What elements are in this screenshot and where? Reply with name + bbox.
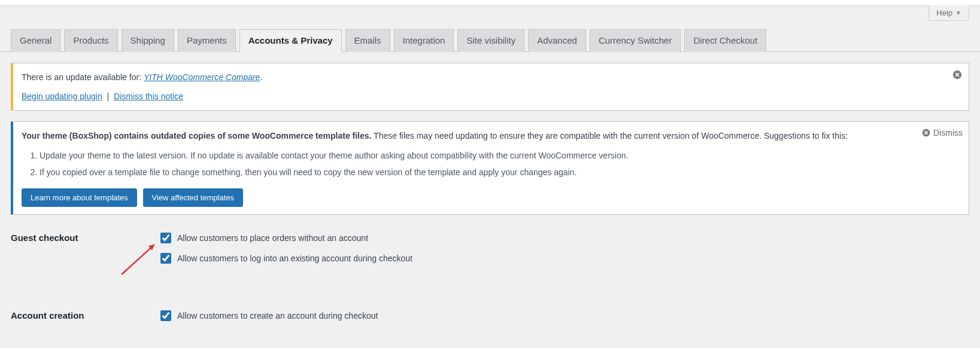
allow-create-account-checkout-checkbox[interactable]	[160, 310, 171, 321]
account-creation-heading: Account creation	[11, 304, 160, 337]
allow-login-checkout-checkbox[interactable]	[160, 253, 171, 264]
guest-checkout-option-1: Allow customers to place orders without …	[160, 233, 969, 243]
template-notice-item-2: If you copied over a template file to ch…	[40, 166, 960, 179]
plugin-link[interactable]: YITH WooCommerce Compare	[144, 72, 260, 82]
tab-direct-checkout[interactable]: Direct Checkout	[684, 29, 766, 52]
update-notice-prefix: There is an update available for:	[22, 72, 144, 82]
tab-currency-switcher[interactable]: Currency Switcher	[590, 29, 681, 52]
tab-general[interactable]: General	[11, 29, 60, 52]
tab-products[interactable]: Products	[64, 29, 117, 52]
help-tab-label: Help	[936, 8, 952, 17]
update-notice-line: There is an update available for: YITH W…	[22, 71, 960, 84]
template-notice-list: Update your theme to the latest version.…	[22, 149, 960, 179]
allow-create-account-checkout-label[interactable]: Allow customers to create an account dur…	[177, 311, 378, 320]
allow-guest-orders-checkbox[interactable]	[160, 233, 171, 243]
close-icon	[952, 69, 963, 80]
dismiss-template-notice[interactable]: Dismiss	[921, 128, 963, 138]
template-outdated-notice: Dismiss Your theme (BoxShop) contains ou…	[11, 121, 969, 215]
template-notice-text: Your theme (BoxShop) contains outdated c…	[22, 129, 960, 142]
chevron-down-icon: ▼	[955, 10, 961, 16]
account-creation-option-1: Allow customers to create an account dur…	[160, 310, 969, 321]
content-area: There is an update available for: YITH W…	[0, 52, 980, 348]
tab-payments[interactable]: Payments	[178, 29, 236, 52]
template-notice-buttons: Learn more about templates View affected…	[22, 188, 960, 207]
guest-checkout-row: Guest checkout Allow customers to place …	[11, 227, 969, 279]
tab-shipping[interactable]: Shipping	[122, 29, 174, 52]
help-tab-wrap: Help ▼	[0, 5, 980, 21]
tab-emails[interactable]: Emails	[345, 29, 390, 52]
plugin-update-notice: There is an update available for: YITH W…	[11, 63, 969, 111]
template-notice-item-1: Update your theme to the latest version.…	[40, 149, 960, 162]
dismiss-notice-link[interactable]: Dismiss this notice	[114, 91, 183, 101]
guest-checkout-option-2: Allow customers to log into an existing …	[160, 253, 969, 264]
update-notice-actions: Begin updating plugin | Dismiss this not…	[22, 90, 960, 103]
tab-site-visibility[interactable]: Site visibility	[457, 29, 524, 52]
template-notice-rest: These files may need updating to ensure …	[371, 131, 848, 141]
template-notice-bold: Your theme (BoxShop) contains outdated c…	[22, 131, 371, 141]
begin-updating-link[interactable]: Begin updating plugin	[22, 91, 102, 101]
tab-advanced[interactable]: Advanced	[528, 29, 586, 52]
close-icon	[921, 128, 931, 138]
dismiss-notice-button[interactable]	[952, 69, 963, 80]
view-affected-templates-button[interactable]: View affected templates	[143, 188, 244, 207]
allow-guest-orders-label[interactable]: Allow customers to place orders without …	[177, 233, 368, 243]
tab-integration[interactable]: Integration	[394, 29, 454, 52]
account-creation-row: Account creation Allow customers to crea…	[11, 304, 969, 337]
allow-login-checkout-label[interactable]: Allow customers to log into an existing …	[177, 254, 412, 263]
guest-checkout-heading: Guest checkout	[11, 227, 160, 279]
period: .	[260, 72, 262, 82]
divider: |	[105, 91, 111, 101]
dismiss-template-label: Dismiss	[933, 128, 963, 138]
help-tab-button[interactable]: Help ▼	[929, 5, 969, 21]
tab-accounts-privacy[interactable]: Accounts & Privacy	[239, 29, 342, 52]
learn-more-templates-button[interactable]: Learn more about templates	[22, 188, 137, 207]
settings-form-table: Guest checkout Allow customers to place …	[11, 227, 969, 337]
nav-tab-wrapper: General Products Shipping Payments Accou…	[0, 21, 980, 52]
